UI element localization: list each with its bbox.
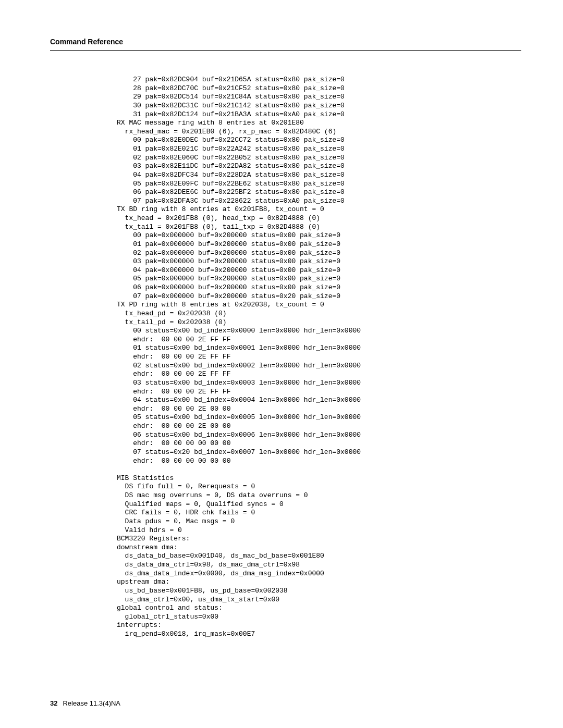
release-label: Release 11.3(4)NA	[63, 699, 120, 707]
page: Command Reference 27 pak=0x82DC904 buf=0…	[0, 0, 563, 728]
header-rule	[50, 50, 521, 51]
page-number: 32	[50, 699, 57, 707]
page-header: Command Reference	[50, 38, 521, 51]
command-output: 27 pak=0x82DC904 buf=0x21D65A status=0x8…	[117, 76, 521, 639]
header-title: Command Reference	[50, 38, 521, 46]
page-footer: 32Release 11.3(4)NA	[50, 699, 120, 707]
